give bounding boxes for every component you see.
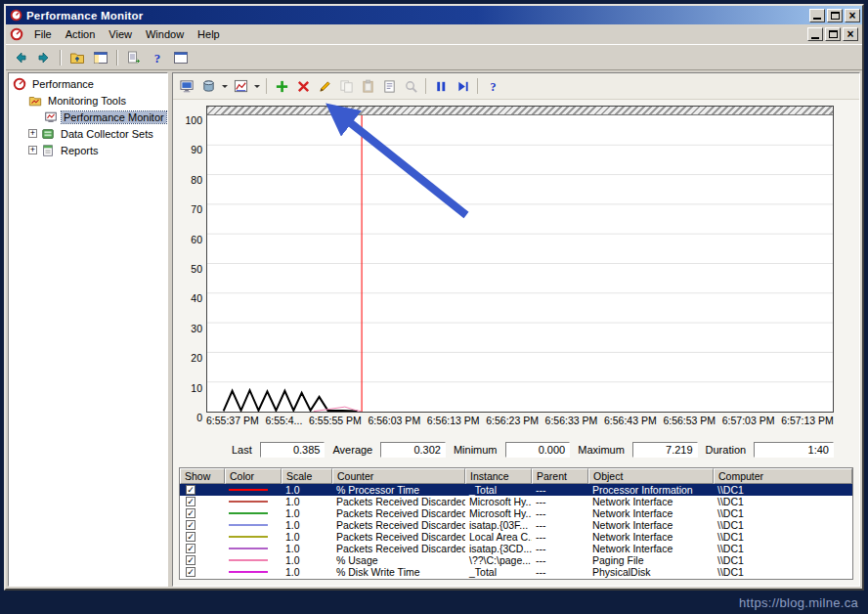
- show-checkbox[interactable]: ✓: [186, 485, 195, 495]
- column-header-counter[interactable]: Counter: [332, 468, 465, 484]
- menu-file[interactable]: File: [27, 26, 59, 42]
- new-window-button[interactable]: [170, 48, 192, 67]
- change-graph-type-button[interactable]: [231, 76, 250, 96]
- close-button[interactable]: ×: [845, 9, 860, 22]
- cell-computer: \\DC1: [714, 554, 852, 566]
- cell-object: Network Interface: [588, 507, 714, 519]
- counter-table: ShowColorScaleCounterInstanceParentObjec…: [179, 467, 853, 580]
- column-header-parent[interactable]: Parent: [532, 468, 588, 484]
- add-counter-button[interactable]: [272, 76, 291, 96]
- y-tick-label: 30: [191, 323, 202, 334]
- show-checkbox[interactable]: ✓: [186, 497, 195, 506]
- view-log-data-dropdown-arrow[interactable]: [220, 76, 229, 96]
- minimize-button[interactable]: [809, 9, 825, 22]
- cell-instance: _Total: [465, 484, 532, 496]
- change-graph-type-icon: [234, 79, 248, 94]
- zoom-button[interactable]: [401, 76, 420, 96]
- properties-button[interactable]: [379, 76, 399, 96]
- show-checkbox[interactable]: ✓: [186, 532, 195, 542]
- mdi-restore-icon: [829, 30, 838, 38]
- column-header-instance[interactable]: Instance: [465, 468, 532, 484]
- screenshot-root: { "window": { "title": "Performance Moni…: [0, 0, 868, 614]
- column-header-color[interactable]: Color: [225, 468, 282, 484]
- show-hide-console-tree-icon: [93, 50, 108, 66]
- counter-row[interactable]: ✓1.0% Usage\??\C:\page...---Paging File\…: [180, 554, 852, 566]
- menu-window[interactable]: Window: [139, 26, 191, 42]
- expand-icon[interactable]: +: [28, 129, 37, 138]
- mdi-close-button[interactable]: ×: [843, 27, 858, 41]
- show-checkbox[interactable]: ✓: [186, 508, 195, 518]
- show-checkbox[interactable]: ✓: [186, 567, 195, 577]
- change-graph-type-dropdown-arrow[interactable]: [252, 76, 261, 96]
- show-checkbox[interactable]: ✓: [186, 520, 195, 530]
- tree-item-performance-monitor[interactable]: Performance Monitor: [9, 109, 167, 125]
- expand-icon[interactable]: +: [28, 146, 37, 154]
- highlight-button[interactable]: [315, 76, 334, 96]
- plot-box: [206, 106, 834, 413]
- counter-row[interactable]: ✓1.0% Processor Time_Total---Processor I…: [180, 484, 852, 496]
- delete-counter-button[interactable]: [293, 76, 313, 96]
- counter-row[interactable]: ✓1.0% Disk Write Time_Total---PhysicalDi…: [180, 566, 852, 578]
- x-axis-labels: 6:55:37 PM6:55:4...6:55:55 PM6:56:03 PM6…: [206, 413, 834, 430]
- svg-text:?: ?: [154, 51, 161, 66]
- help-icon: ?: [150, 50, 165, 66]
- add-counter-icon: [275, 79, 289, 94]
- column-header-computer[interactable]: Computer: [714, 468, 852, 484]
- help-button[interactable]: ?: [483, 76, 502, 96]
- tree-item-performance[interactable]: Performance: [9, 75, 167, 92]
- menu-help[interactable]: Help: [191, 26, 227, 42]
- counter-row[interactable]: ✓1.0Packets Received Discardedisatap.{03…: [180, 519, 852, 531]
- menu-bar: FileActionViewWindowHelp ×: [6, 24, 862, 44]
- tree-item-reports[interactable]: +Reports: [9, 142, 167, 158]
- stat-label-last: Last: [232, 444, 252, 456]
- freeze-display-button[interactable]: [431, 76, 451, 96]
- forward-button[interactable]: [33, 48, 55, 67]
- help-button[interactable]: ?: [147, 48, 168, 67]
- paste-counter-list-button[interactable]: [358, 76, 377, 96]
- x-tick-label: 6:56:03 PM: [368, 415, 420, 430]
- counter-row[interactable]: ✓1.0Packets Received DiscardedMicrosoft …: [180, 496, 852, 507]
- x-tick-label: 6:55:37 PM: [206, 415, 259, 430]
- cell-computer: \\DC1: [714, 531, 852, 543]
- show-checkbox[interactable]: ✓: [186, 579, 195, 580]
- menu-view[interactable]: View: [102, 26, 139, 42]
- update-data-button[interactable]: [453, 76, 472, 96]
- show-checkbox[interactable]: ✓: [186, 555, 195, 565]
- perfmon-toolbar: ?: [173, 73, 859, 100]
- counter-row[interactable]: ✓1.0Packets Received DiscardedMicrosoft …: [180, 507, 852, 519]
- tree-item-monitoring-tools[interactable]: Monitoring Tools: [9, 92, 167, 109]
- tree-item-data-collector-sets[interactable]: +Data Collector Sets: [9, 125, 167, 142]
- counter-row[interactable]: ✓1000.0Avg. Disk sec/Transfer_Total---Ph…: [180, 578, 852, 580]
- perfmon-pane: ? 1009080706050403020100 6:55:37 PM6:55:…: [172, 72, 860, 587]
- value-bar: Last0.385Average0.302Minimum0.000Maximum…: [173, 436, 859, 463]
- cell-color: [225, 559, 282, 561]
- console-snapin-icon: [10, 27, 23, 41]
- counter-row[interactable]: ✓1.0Packets Received Discardedisatap.{3C…: [180, 543, 852, 554]
- copy-properties-button[interactable]: [336, 76, 356, 96]
- export-list-button[interactable]: [123, 48, 145, 67]
- cell-object: Processor Information: [588, 484, 714, 496]
- up-one-level-button[interactable]: [66, 48, 88, 67]
- show-hide-console-tree-button[interactable]: [90, 48, 111, 67]
- tree-item-label: Performance Monitor: [62, 111, 166, 123]
- maximize-button[interactable]: [827, 9, 843, 22]
- show-checkbox[interactable]: ✓: [186, 544, 195, 553]
- stat-value-last: 0.385: [260, 442, 326, 458]
- column-header-show[interactable]: Show: [180, 468, 225, 484]
- column-header-scale[interactable]: Scale: [282, 468, 332, 484]
- cell-show: ✓: [180, 555, 225, 565]
- back-button[interactable]: [10, 48, 31, 67]
- menu-action[interactable]: Action: [59, 26, 103, 42]
- counter-table-wrap: ShowColorScaleCounterInstanceParentObjec…: [173, 463, 859, 586]
- y-tick-label: 70: [191, 203, 202, 215]
- view-log-data-button[interactable]: [198, 76, 218, 96]
- view-current-activity-button[interactable]: [177, 76, 196, 96]
- cell-parent: ---: [532, 578, 588, 580]
- counter-row[interactable]: ✓1.0Packets Received DiscardedLocal Area…: [180, 531, 852, 543]
- back-icon: [13, 50, 28, 66]
- update-data-icon: [456, 79, 470, 94]
- mdi-restore-button[interactable]: [825, 27, 841, 41]
- cell-counter: Packets Received Discarded: [332, 519, 465, 531]
- column-header-object[interactable]: Object: [588, 468, 714, 484]
- mdi-minimize-button[interactable]: [807, 27, 823, 41]
